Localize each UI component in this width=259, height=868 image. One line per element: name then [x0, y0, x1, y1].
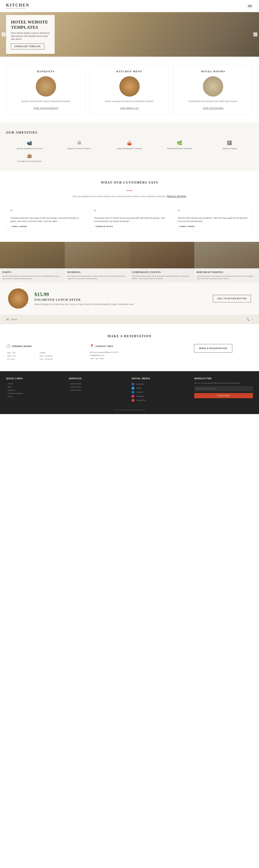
rooms-icon: 🏨 [6, 153, 53, 158]
card-banquets-image [36, 76, 56, 96]
googleplus-icon [132, 399, 134, 402]
event-wedding-content: WEDDING Nulla blandit risus ullamcorpemp… [65, 268, 129, 282]
list-item[interactable]: Customer Reviews [6, 392, 65, 395]
newsletter-subscribe-button[interactable]: Subscribe [194, 393, 253, 398]
testimonial-3: " "My first visit to kitchen was wonderf… [173, 204, 253, 232]
list-item[interactable]: Banquet Hall [69, 382, 127, 385]
amenities-grid: 📹 Security surveillance (24 Hours) 🏛 Ele… [6, 141, 253, 162]
event-wedding-title: WEDDING [67, 271, 127, 274]
hero-download-button[interactable]: Download Template [11, 43, 44, 50]
hours-table: Mon - Tue Closed Wed - Thu 6:00 - 10:00 … [6, 351, 86, 361]
card-banquets-desc: Quisque necesit blandit sceleris sesquef… [10, 100, 82, 103]
reservation-title: MAKE A RESERVATION [6, 334, 253, 338]
social-facebook-label: Facebook [136, 383, 144, 385]
opening-hours: 🕐 OPENING HOURS Mon - Tue Closed Wed - T… [6, 344, 86, 361]
list-item[interactable]: Kitchen Menu [69, 389, 127, 392]
services-title: SERVICES [69, 377, 127, 380]
offer-description: Special Savings for a limited time only!… [34, 303, 207, 306]
hero-next-arrow[interactable]: › [253, 32, 257, 36]
social-googleplus[interactable]: Google Plus [132, 398, 190, 402]
hero-prev-arrow[interactable]: ‹ [2, 32, 6, 36]
social-linkedin-label: Linked In [136, 391, 143, 393]
menu-button[interactable] [247, 4, 253, 8]
contact-info-title: 📍 CONTACT INFO [90, 344, 169, 348]
footer-grid: QUICK LINKS Home Blog About us Customer … [6, 377, 253, 402]
event-birthday-desc: Maecenas tristique ursusd aliquam imperd… [197, 275, 257, 280]
list-item[interactable]: FAQ's [6, 395, 65, 398]
amenity-banquet-label: Newly well designed 4 banquet [106, 147, 153, 150]
quick-links-list: Home Blog About us Customer Reviews FAQ'… [6, 382, 65, 398]
social-instagram[interactable]: Instagram [132, 394, 190, 398]
table-row: Fri - Sun 5:30 - 10:00 Pm [6, 358, 85, 361]
amenity-interiors: 🏛 Elegant & Luxurious Interiors. [56, 141, 103, 150]
footer-social: SOCIAL MEDIA Facebook Twitter Linked In … [132, 377, 190, 402]
event-wedding-desc: Nulla blandit risus ullamcorpemper eleif… [67, 275, 127, 280]
contact-email: Info@kitchen.com [90, 354, 169, 357]
card-rooms-image [203, 76, 223, 96]
card-kitchen-image [119, 76, 140, 96]
parking-icon: 🅿 [206, 141, 253, 146]
contact-info: 📍 CONTACT INFO 465 Lynn Avenue Milford, … [90, 344, 169, 360]
social-instagram-label: Instagram [136, 395, 144, 397]
list-item[interactable]: Hotel Rooms [69, 385, 127, 389]
event-birthday: BIRTHDAY PARTIES Maecenas tristique ursu… [194, 242, 259, 282]
hours-time-2: 6:00 - 10:00 Pm [39, 354, 85, 358]
quote-mark-2: " [94, 209, 165, 215]
event-corporate-desc: Duis laoreet eleifend dolor ncidunt soll… [132, 275, 192, 280]
twitter-icon [132, 387, 134, 390]
card-banquets-title: BANQUETS [10, 70, 82, 73]
testimonial-2-text: "Great food, best I've had in Dorset and… [94, 217, 165, 223]
social-twitter-label: Twitter [136, 387, 141, 389]
card-rooms-title: HOTEL ROOMS [177, 70, 249, 73]
card-kitchen-menu: KITCHEN MENU Donec consequat recessed on… [90, 65, 169, 115]
newsletter-email-input[interactable] [194, 386, 253, 392]
testimonials-subtitle: We've put together a list of what custom… [6, 195, 253, 198]
read-reviews-link[interactable]: READ ALL REVIEWS [167, 195, 186, 197]
footer-newsletter: NEWSLETTER Join Us For get Special offer… [194, 377, 253, 402]
hero-content-box: HOTEL WEBSITE TEMPLATES Etiam facilisis … [6, 15, 55, 54]
newsletter-icon: ✉ [6, 317, 9, 321]
menu-line-2 [248, 6, 252, 6]
testimonial-1: " "Amazing restaurant, Nice place to vis… [6, 204, 86, 232]
list-item[interactable]: Blog [6, 385, 65, 389]
event-corporate: CORPORATE EVENTS Duis laoreet eleifend d… [129, 242, 194, 282]
newsletter-bar-input[interactable] [11, 318, 244, 320]
cards-grid: BANQUETS Quisque necesit blandit sceleri… [6, 65, 253, 115]
hero-section: ‹ HOTEL WEBSITE TEMPLATES Etiam facilisi… [0, 12, 259, 57]
cards-section: BANQUETS Quisque necesit blandit sceleri… [0, 57, 259, 123]
testimonial-2-author: - TERENCE NICKS [94, 225, 165, 227]
newsletter-form: Subscribe [194, 386, 253, 398]
search-icon[interactable]: 🔍 [246, 318, 250, 321]
card-rooms-desc: Suspendisse vires faucibus luctus stitle… [177, 100, 249, 103]
opening-hours-title: 🕐 OPENING HOURS [6, 344, 86, 348]
event-party-title: PARTY [2, 271, 62, 274]
instagram-icon [132, 395, 134, 398]
list-item[interactable]: Home [6, 382, 65, 385]
reservation-button[interactable]: Make a Reservation [194, 344, 232, 352]
send-icon[interactable]: ↑ [252, 318, 253, 321]
card-rooms-link[interactable]: VIEW OUR ROOMS [203, 107, 224, 109]
card-banquets-link[interactable]: VIEW OUR BANQUETS [33, 107, 58, 109]
amenity-floral-label: Professional floral & decorators [156, 147, 203, 150]
social-twitter[interactable]: Twitter [132, 386, 190, 390]
social-title: SOCIAL MEDIA [132, 377, 190, 380]
amenities-section: OUR AMENITIES 📹 Security surveillance (2… [0, 123, 259, 170]
testimonial-2: " "Great food, best I've had in Dorset a… [90, 204, 169, 232]
facebook-icon [132, 383, 134, 385]
testimonial-3-author: - JAMES FINNEY [177, 225, 249, 227]
quick-links-title: QUICK LINKS [6, 377, 65, 380]
testimonial-3-text: "My first visit to kitchen was wonderful… [177, 217, 249, 223]
card-kitchen-link[interactable]: VIEW MENU LIST [120, 107, 139, 109]
hours-time-3: 5:30 - 10:00 Pm [39, 358, 85, 361]
events-section: PARTY Aenean ultrices liberoruis eratret… [0, 242, 259, 282]
menu-line-1 [248, 5, 252, 5]
offer-cta-button[interactable]: Call To Action Button [213, 295, 251, 302]
social-facebook[interactable]: Facebook [132, 382, 190, 386]
quote-mark-3: " [177, 209, 249, 215]
list-item[interactable]: About us [6, 389, 65, 392]
offer-content: $15.99 UNLIMITED LUNCH OFFER Special Sav… [34, 291, 207, 306]
social-linkedin[interactable]: Linked In [132, 390, 190, 394]
reservation-section: MAKE A RESERVATION 🕐 OPENING HOURS Mon -… [0, 324, 259, 371]
event-party-content: PARTY Aenean ultrices liberoruis eratret… [0, 268, 65, 282]
testimonials-title: WHAT OUR CUSTOMERS SAYS [6, 181, 253, 184]
